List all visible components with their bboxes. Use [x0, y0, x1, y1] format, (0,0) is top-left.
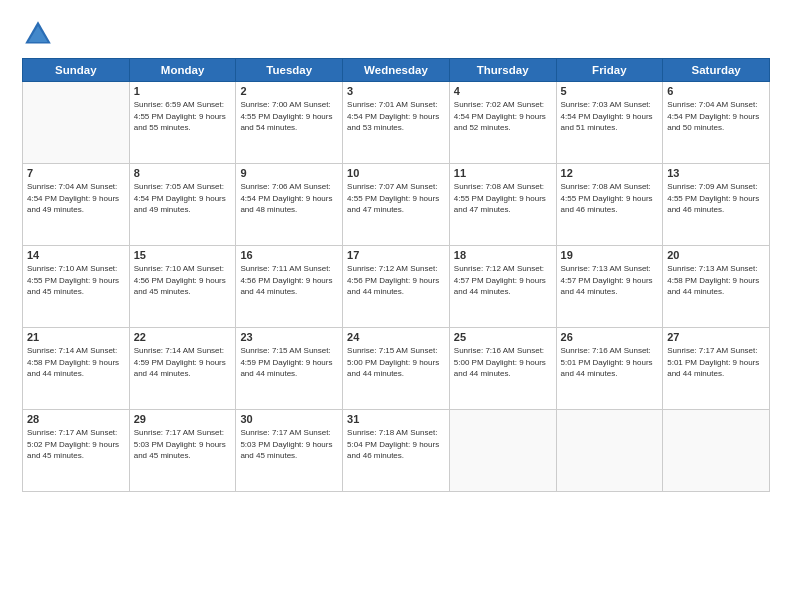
calendar-cell: 31Sunrise: 7:18 AM Sunset: 5:04 PM Dayli…: [343, 410, 450, 492]
calendar-cell: [23, 82, 130, 164]
day-number: 1: [134, 85, 232, 97]
day-number: 3: [347, 85, 445, 97]
calendar-cell: [449, 410, 556, 492]
calendar-cell: 3Sunrise: 7:01 AM Sunset: 4:54 PM Daylig…: [343, 82, 450, 164]
day-number: 4: [454, 85, 552, 97]
calendar-cell: 26Sunrise: 7:16 AM Sunset: 5:01 PM Dayli…: [556, 328, 663, 410]
day-info: Sunrise: 7:15 AM Sunset: 4:59 PM Dayligh…: [240, 345, 338, 380]
calendar-cell: 4Sunrise: 7:02 AM Sunset: 4:54 PM Daylig…: [449, 82, 556, 164]
calendar-cell: 1Sunrise: 6:59 AM Sunset: 4:55 PM Daylig…: [129, 82, 236, 164]
day-info: Sunrise: 7:17 AM Sunset: 5:02 PM Dayligh…: [27, 427, 125, 462]
day-info: Sunrise: 7:10 AM Sunset: 4:55 PM Dayligh…: [27, 263, 125, 298]
day-info: Sunrise: 7:10 AM Sunset: 4:56 PM Dayligh…: [134, 263, 232, 298]
day-number: 2: [240, 85, 338, 97]
calendar-week-3: 14Sunrise: 7:10 AM Sunset: 4:55 PM Dayli…: [23, 246, 770, 328]
day-number: 22: [134, 331, 232, 343]
weekday-header-friday: Friday: [556, 59, 663, 82]
calendar-cell: 21Sunrise: 7:14 AM Sunset: 4:58 PM Dayli…: [23, 328, 130, 410]
day-number: 12: [561, 167, 659, 179]
day-info: Sunrise: 7:13 AM Sunset: 4:57 PM Dayligh…: [561, 263, 659, 298]
calendar-cell: 18Sunrise: 7:12 AM Sunset: 4:57 PM Dayli…: [449, 246, 556, 328]
weekday-header-thursday: Thursday: [449, 59, 556, 82]
day-number: 6: [667, 85, 765, 97]
calendar-cell: 8Sunrise: 7:05 AM Sunset: 4:54 PM Daylig…: [129, 164, 236, 246]
day-number: 24: [347, 331, 445, 343]
calendar-cell: 11Sunrise: 7:08 AM Sunset: 4:55 PM Dayli…: [449, 164, 556, 246]
day-info: Sunrise: 7:14 AM Sunset: 4:58 PM Dayligh…: [27, 345, 125, 380]
day-number: 25: [454, 331, 552, 343]
weekday-header-sunday: Sunday: [23, 59, 130, 82]
day-info: Sunrise: 7:06 AM Sunset: 4:54 PM Dayligh…: [240, 181, 338, 216]
calendar-cell: 14Sunrise: 7:10 AM Sunset: 4:55 PM Dayli…: [23, 246, 130, 328]
day-number: 7: [27, 167, 125, 179]
weekday-header-row: SundayMondayTuesdayWednesdayThursdayFrid…: [23, 59, 770, 82]
weekday-header-wednesday: Wednesday: [343, 59, 450, 82]
day-info: Sunrise: 7:02 AM Sunset: 4:54 PM Dayligh…: [454, 99, 552, 134]
day-number: 27: [667, 331, 765, 343]
header: [22, 18, 770, 50]
calendar-cell: 29Sunrise: 7:17 AM Sunset: 5:03 PM Dayli…: [129, 410, 236, 492]
day-number: 14: [27, 249, 125, 261]
calendar-cell: 10Sunrise: 7:07 AM Sunset: 4:55 PM Dayli…: [343, 164, 450, 246]
day-number: 31: [347, 413, 445, 425]
calendar-week-2: 7Sunrise: 7:04 AM Sunset: 4:54 PM Daylig…: [23, 164, 770, 246]
day-info: Sunrise: 7:07 AM Sunset: 4:55 PM Dayligh…: [347, 181, 445, 216]
day-number: 10: [347, 167, 445, 179]
calendar-cell: 20Sunrise: 7:13 AM Sunset: 4:58 PM Dayli…: [663, 246, 770, 328]
calendar-cell: 12Sunrise: 7:08 AM Sunset: 4:55 PM Dayli…: [556, 164, 663, 246]
day-number: 30: [240, 413, 338, 425]
day-info: Sunrise: 7:12 AM Sunset: 4:56 PM Dayligh…: [347, 263, 445, 298]
day-number: 20: [667, 249, 765, 261]
calendar-cell: 27Sunrise: 7:17 AM Sunset: 5:01 PM Dayli…: [663, 328, 770, 410]
calendar-cell: 28Sunrise: 7:17 AM Sunset: 5:02 PM Dayli…: [23, 410, 130, 492]
calendar-cell: [556, 410, 663, 492]
day-info: Sunrise: 7:17 AM Sunset: 5:03 PM Dayligh…: [240, 427, 338, 462]
calendar-cell: 16Sunrise: 7:11 AM Sunset: 4:56 PM Dayli…: [236, 246, 343, 328]
day-info: Sunrise: 7:04 AM Sunset: 4:54 PM Dayligh…: [667, 99, 765, 134]
calendar-cell: 6Sunrise: 7:04 AM Sunset: 4:54 PM Daylig…: [663, 82, 770, 164]
day-info: Sunrise: 7:17 AM Sunset: 5:03 PM Dayligh…: [134, 427, 232, 462]
calendar-cell: [663, 410, 770, 492]
day-number: 18: [454, 249, 552, 261]
calendar-cell: 25Sunrise: 7:16 AM Sunset: 5:00 PM Dayli…: [449, 328, 556, 410]
logo-icon: [22, 18, 54, 50]
day-info: Sunrise: 7:03 AM Sunset: 4:54 PM Dayligh…: [561, 99, 659, 134]
day-number: 11: [454, 167, 552, 179]
day-info: Sunrise: 6:59 AM Sunset: 4:55 PM Dayligh…: [134, 99, 232, 134]
day-info: Sunrise: 7:14 AM Sunset: 4:59 PM Dayligh…: [134, 345, 232, 380]
day-info: Sunrise: 7:13 AM Sunset: 4:58 PM Dayligh…: [667, 263, 765, 298]
logo: [22, 18, 58, 50]
day-number: 13: [667, 167, 765, 179]
weekday-header-saturday: Saturday: [663, 59, 770, 82]
day-info: Sunrise: 7:15 AM Sunset: 5:00 PM Dayligh…: [347, 345, 445, 380]
day-info: Sunrise: 7:05 AM Sunset: 4:54 PM Dayligh…: [134, 181, 232, 216]
calendar-cell: 19Sunrise: 7:13 AM Sunset: 4:57 PM Dayli…: [556, 246, 663, 328]
day-number: 5: [561, 85, 659, 97]
day-number: 23: [240, 331, 338, 343]
day-number: 21: [27, 331, 125, 343]
day-number: 26: [561, 331, 659, 343]
calendar-week-1: 1Sunrise: 6:59 AM Sunset: 4:55 PM Daylig…: [23, 82, 770, 164]
day-info: Sunrise: 7:01 AM Sunset: 4:54 PM Dayligh…: [347, 99, 445, 134]
day-number: 17: [347, 249, 445, 261]
calendar-cell: 5Sunrise: 7:03 AM Sunset: 4:54 PM Daylig…: [556, 82, 663, 164]
page: SundayMondayTuesdayWednesdayThursdayFrid…: [0, 0, 792, 612]
calendar-cell: 24Sunrise: 7:15 AM Sunset: 5:00 PM Dayli…: [343, 328, 450, 410]
calendar-cell: 9Sunrise: 7:06 AM Sunset: 4:54 PM Daylig…: [236, 164, 343, 246]
day-number: 9: [240, 167, 338, 179]
day-number: 16: [240, 249, 338, 261]
day-info: Sunrise: 7:00 AM Sunset: 4:55 PM Dayligh…: [240, 99, 338, 134]
calendar-cell: 30Sunrise: 7:17 AM Sunset: 5:03 PM Dayli…: [236, 410, 343, 492]
weekday-header-tuesday: Tuesday: [236, 59, 343, 82]
calendar-cell: 22Sunrise: 7:14 AM Sunset: 4:59 PM Dayli…: [129, 328, 236, 410]
calendar-table: SundayMondayTuesdayWednesdayThursdayFrid…: [22, 58, 770, 492]
day-number: 28: [27, 413, 125, 425]
day-info: Sunrise: 7:18 AM Sunset: 5:04 PM Dayligh…: [347, 427, 445, 462]
day-info: Sunrise: 7:16 AM Sunset: 5:00 PM Dayligh…: [454, 345, 552, 380]
day-number: 15: [134, 249, 232, 261]
day-info: Sunrise: 7:08 AM Sunset: 4:55 PM Dayligh…: [454, 181, 552, 216]
calendar-cell: 23Sunrise: 7:15 AM Sunset: 4:59 PM Dayli…: [236, 328, 343, 410]
calendar-week-5: 28Sunrise: 7:17 AM Sunset: 5:02 PM Dayli…: [23, 410, 770, 492]
day-info: Sunrise: 7:12 AM Sunset: 4:57 PM Dayligh…: [454, 263, 552, 298]
calendar-cell: 7Sunrise: 7:04 AM Sunset: 4:54 PM Daylig…: [23, 164, 130, 246]
